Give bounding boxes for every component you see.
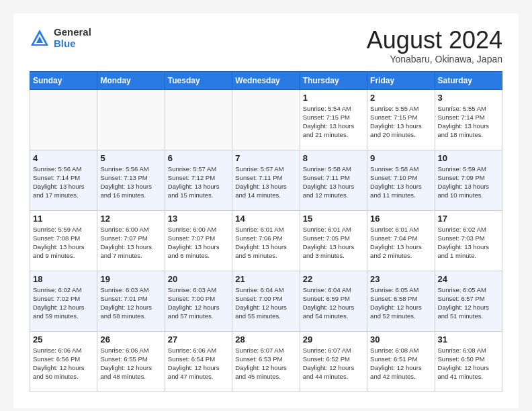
day-number: 29 bbox=[303, 334, 364, 345]
calendar-cell: 6Sunrise: 5:57 AM Sunset: 7:12 PM Daylig… bbox=[165, 150, 232, 210]
day-number: 20 bbox=[168, 274, 229, 284]
calendar-table: SundayMondayTuesdayWednesdayThursdayFrid… bbox=[30, 71, 502, 392]
day-info: Sunrise: 5:56 AM Sunset: 7:13 PM Dayligh… bbox=[100, 165, 161, 200]
day-info: Sunrise: 5:55 AM Sunset: 7:15 PM Dayligh… bbox=[370, 104, 431, 140]
calendar-cell: 27Sunrise: 6:06 AM Sunset: 6:54 PM Dayli… bbox=[165, 331, 232, 392]
calendar-cell: 24Sunrise: 6:05 AM Sunset: 6:57 PM Dayli… bbox=[435, 271, 502, 331]
day-info: Sunrise: 6:04 AM Sunset: 6:59 PM Dayligh… bbox=[303, 285, 364, 321]
day-number: 8 bbox=[303, 153, 364, 163]
weekday-header-monday: Monday bbox=[97, 71, 165, 89]
day-number: 25 bbox=[33, 334, 94, 345]
day-info: Sunrise: 6:03 AM Sunset: 7:00 PM Dayligh… bbox=[168, 285, 229, 321]
day-number: 27 bbox=[168, 334, 229, 345]
day-info: Sunrise: 5:57 AM Sunset: 7:12 PM Dayligh… bbox=[168, 165, 229, 200]
day-info: Sunrise: 5:54 AM Sunset: 7:15 PM Dayligh… bbox=[303, 104, 364, 140]
calendar-cell: 8Sunrise: 5:58 AM Sunset: 7:11 PM Daylig… bbox=[300, 150, 367, 210]
calendar-cell: 7Sunrise: 5:57 AM Sunset: 7:11 PM Daylig… bbox=[232, 150, 300, 210]
week-row-4: 18Sunrise: 6:02 AM Sunset: 7:02 PM Dayli… bbox=[30, 271, 502, 331]
week-row-1: 1Sunrise: 5:54 AM Sunset: 7:15 PM Daylig… bbox=[30, 89, 502, 150]
day-info: Sunrise: 6:06 AM Sunset: 6:54 PM Dayligh… bbox=[168, 346, 229, 381]
calendar-cell: 10Sunrise: 5:59 AM Sunset: 7:09 PM Dayli… bbox=[435, 150, 502, 210]
day-info: Sunrise: 6:08 AM Sunset: 6:51 PM Dayligh… bbox=[370, 346, 431, 381]
day-info: Sunrise: 6:00 AM Sunset: 7:07 PM Dayligh… bbox=[100, 225, 161, 261]
day-info: Sunrise: 6:01 AM Sunset: 7:04 PM Dayligh… bbox=[370, 225, 431, 261]
logo-icon bbox=[30, 28, 50, 48]
day-info: Sunrise: 6:02 AM Sunset: 7:02 PM Dayligh… bbox=[33, 285, 94, 321]
weekday-header-wednesday: Wednesday bbox=[232, 71, 300, 89]
day-info: Sunrise: 6:06 AM Sunset: 6:56 PM Dayligh… bbox=[33, 346, 94, 381]
day-number: 19 bbox=[100, 274, 161, 284]
calendar-cell: 1Sunrise: 5:54 AM Sunset: 7:15 PM Daylig… bbox=[300, 89, 367, 150]
calendar-cell: 3Sunrise: 5:55 AM Sunset: 7:14 PM Daylig… bbox=[435, 89, 502, 150]
day-number: 2 bbox=[370, 93, 431, 103]
day-info: Sunrise: 6:06 AM Sunset: 6:55 PM Dayligh… bbox=[100, 346, 161, 381]
calendar-cell: 11Sunrise: 5:59 AM Sunset: 7:08 PM Dayli… bbox=[30, 210, 97, 271]
day-info: Sunrise: 6:00 AM Sunset: 7:07 PM Dayligh… bbox=[168, 225, 229, 261]
week-row-3: 11Sunrise: 5:59 AM Sunset: 7:08 PM Dayli… bbox=[30, 210, 502, 271]
calendar-body: 1Sunrise: 5:54 AM Sunset: 7:15 PM Daylig… bbox=[30, 89, 502, 392]
header: General Blue August 2024 Yonabaru, Okina… bbox=[30, 27, 502, 64]
week-row-2: 4Sunrise: 5:56 AM Sunset: 7:14 PM Daylig… bbox=[30, 150, 502, 210]
day-number: 16 bbox=[370, 214, 431, 224]
day-info: Sunrise: 6:04 AM Sunset: 7:00 PM Dayligh… bbox=[235, 285, 296, 321]
calendar-cell: 23Sunrise: 6:05 AM Sunset: 6:58 PM Dayli… bbox=[367, 271, 435, 331]
calendar-cell bbox=[97, 89, 165, 150]
calendar-cell: 2Sunrise: 5:55 AM Sunset: 7:15 PM Daylig… bbox=[367, 89, 435, 150]
day-number: 18 bbox=[33, 274, 94, 284]
weekday-header-saturday: Saturday bbox=[435, 71, 502, 89]
calendar-cell: 5Sunrise: 5:56 AM Sunset: 7:13 PM Daylig… bbox=[97, 150, 165, 210]
logo-general: General bbox=[54, 27, 91, 38]
day-number: 24 bbox=[438, 274, 499, 284]
day-number: 10 bbox=[438, 153, 499, 163]
calendar-cell: 25Sunrise: 6:06 AM Sunset: 6:56 PM Dayli… bbox=[30, 331, 97, 392]
day-number: 22 bbox=[303, 274, 364, 284]
calendar-cell: 9Sunrise: 5:58 AM Sunset: 7:10 PM Daylig… bbox=[367, 150, 435, 210]
calendar-cell: 29Sunrise: 6:07 AM Sunset: 6:52 PM Dayli… bbox=[300, 331, 367, 392]
day-info: Sunrise: 6:01 AM Sunset: 7:05 PM Dayligh… bbox=[303, 225, 364, 261]
day-info: Sunrise: 6:02 AM Sunset: 7:03 PM Dayligh… bbox=[438, 225, 499, 261]
day-number: 17 bbox=[438, 214, 499, 224]
day-number: 31 bbox=[438, 334, 499, 345]
day-number: 14 bbox=[235, 214, 296, 224]
weekday-header-friday: Friday bbox=[367, 71, 435, 89]
day-number: 3 bbox=[438, 93, 499, 103]
day-number: 15 bbox=[303, 214, 364, 224]
day-info: Sunrise: 6:07 AM Sunset: 6:53 PM Dayligh… bbox=[235, 346, 296, 381]
logo: General Blue bbox=[30, 27, 91, 49]
day-number: 28 bbox=[235, 334, 296, 345]
weekday-header-sunday: Sunday bbox=[30, 71, 97, 89]
day-info: Sunrise: 6:05 AM Sunset: 6:58 PM Dayligh… bbox=[370, 285, 431, 321]
day-info: Sunrise: 6:03 AM Sunset: 7:01 PM Dayligh… bbox=[100, 285, 161, 321]
day-number: 23 bbox=[370, 274, 431, 284]
calendar-cell: 20Sunrise: 6:03 AM Sunset: 7:00 PM Dayli… bbox=[165, 271, 232, 331]
calendar-cell: 19Sunrise: 6:03 AM Sunset: 7:01 PM Dayli… bbox=[97, 271, 165, 331]
day-info: Sunrise: 5:59 AM Sunset: 7:08 PM Dayligh… bbox=[33, 225, 94, 261]
day-info: Sunrise: 5:58 AM Sunset: 7:10 PM Dayligh… bbox=[370, 165, 431, 200]
week-row-5: 25Sunrise: 6:06 AM Sunset: 6:56 PM Dayli… bbox=[30, 331, 502, 392]
weekday-header-thursday: Thursday bbox=[300, 71, 367, 89]
day-number: 4 bbox=[33, 153, 94, 163]
calendar-cell: 13Sunrise: 6:00 AM Sunset: 7:07 PM Dayli… bbox=[165, 210, 232, 271]
day-number: 9 bbox=[370, 153, 431, 163]
logo-blue: Blue bbox=[54, 38, 91, 50]
calendar-cell: 18Sunrise: 6:02 AM Sunset: 7:02 PM Dayli… bbox=[30, 271, 97, 331]
day-number: 12 bbox=[100, 214, 161, 224]
title-block: August 2024 Yonabaru, Okinawa, Japan bbox=[367, 27, 502, 64]
day-info: Sunrise: 6:01 AM Sunset: 7:06 PM Dayligh… bbox=[235, 225, 296, 261]
day-info: Sunrise: 5:57 AM Sunset: 7:11 PM Dayligh… bbox=[235, 165, 296, 200]
calendar-cell bbox=[30, 89, 97, 150]
day-number: 13 bbox=[168, 214, 229, 224]
day-info: Sunrise: 5:59 AM Sunset: 7:09 PM Dayligh… bbox=[438, 165, 499, 200]
day-number: 7 bbox=[235, 153, 296, 163]
day-info: Sunrise: 5:56 AM Sunset: 7:14 PM Dayligh… bbox=[33, 165, 94, 200]
calendar-cell: 12Sunrise: 6:00 AM Sunset: 7:07 PM Dayli… bbox=[97, 210, 165, 271]
day-number: 26 bbox=[100, 334, 161, 345]
calendar-cell: 28Sunrise: 6:07 AM Sunset: 6:53 PM Dayli… bbox=[232, 331, 300, 392]
day-number: 1 bbox=[303, 93, 364, 103]
location: Yonabaru, Okinawa, Japan bbox=[367, 54, 502, 64]
weekday-header-tuesday: Tuesday bbox=[165, 71, 232, 89]
calendar-cell: 15Sunrise: 6:01 AM Sunset: 7:05 PM Dayli… bbox=[300, 210, 367, 271]
day-info: Sunrise: 6:05 AM Sunset: 6:57 PM Dayligh… bbox=[438, 285, 499, 321]
calendar-container: General Blue August 2024 Yonabaru, Okina… bbox=[13, 13, 519, 408]
month-title: August 2024 bbox=[367, 27, 502, 54]
